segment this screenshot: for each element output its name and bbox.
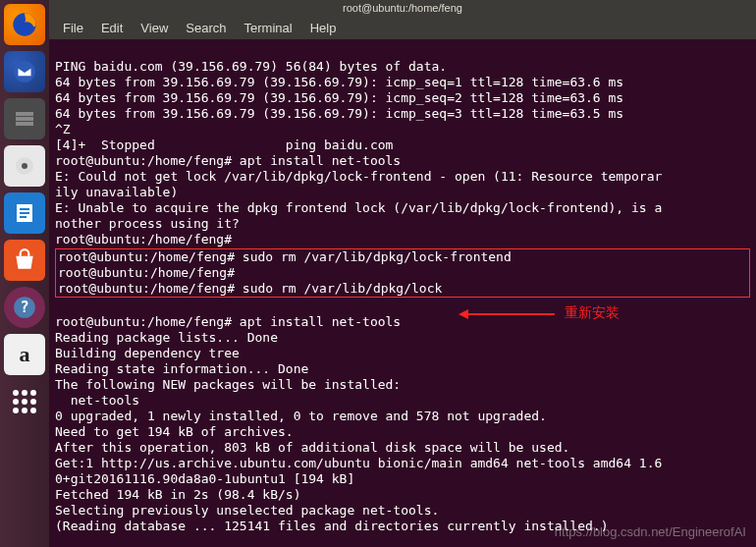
term-line: net-tools xyxy=(55,393,139,408)
menu-search[interactable]: Search xyxy=(178,19,234,37)
rhythmbox-icon[interactable] xyxy=(4,145,45,187)
terminal-window: root@ubuntu:/home/feng File Edit View Se… xyxy=(49,0,756,547)
term-line: 64 bytes from 39.156.69.79 (39.156.69.79… xyxy=(55,106,623,121)
term-line: E: Unable to acquire the dpkg frontend l… xyxy=(55,200,662,215)
svg-point-1 xyxy=(14,61,35,82)
annotation-arrow xyxy=(461,313,555,315)
term-line: Selecting previously unselected package … xyxy=(55,503,439,518)
term-line: Get:1 http://us.archive.ubuntu.com/ubunt… xyxy=(55,456,662,470)
files-icon[interactable] xyxy=(4,98,45,139)
svg-rect-2 xyxy=(16,112,33,116)
term-line: After this operation, 803 kB of addition… xyxy=(55,440,569,455)
term-line: root@ubuntu:/home/feng# apt install net-… xyxy=(55,153,401,168)
svg-rect-3 xyxy=(16,117,33,121)
window-title: root@ubuntu:/home/feng xyxy=(49,0,756,16)
term-line: Reading state information... Done xyxy=(55,361,308,376)
term-line: Need to get 194 kB of archives. xyxy=(55,424,294,439)
svg-rect-8 xyxy=(20,208,29,210)
term-line: 64 bytes from 39.156.69.79 (39.156.69.79… xyxy=(55,90,623,105)
terminal-body[interactable]: PING baidu.com (39.156.69.79) 56(84) byt… xyxy=(49,39,756,547)
menu-help[interactable]: Help xyxy=(302,19,345,37)
term-line: 64 bytes from 39.156.69.79 (39.156.69.79… xyxy=(55,75,623,89)
annotation-reinstall: 重新安装 xyxy=(565,304,620,320)
term-line: Fetched 194 kB in 2s (98.4 kB/s) xyxy=(55,487,300,502)
menu-terminal[interactable]: Terminal xyxy=(237,19,300,37)
svg-point-6 xyxy=(22,163,27,169)
svg-text:?: ? xyxy=(20,299,28,316)
term-line: 0+git20161116.90da8a0-1ubuntu1 [194 kB] xyxy=(55,471,354,486)
help-icon[interactable]: ? xyxy=(4,287,45,328)
term-line: The following NEW packages will be insta… xyxy=(55,377,401,392)
libreoffice-writer-icon[interactable] xyxy=(4,192,45,234)
term-line: [4]+ Stopped ping baidu.com xyxy=(55,137,393,152)
highlighted-commands: root@ubuntu:/home/feng# sudo rm /var/lib… xyxy=(55,248,750,298)
term-line: E: Could not get lock /var/lib/dpkg/lock… xyxy=(55,169,662,184)
launcher-dock: ? a xyxy=(0,0,49,547)
term-line: ily unavailable) xyxy=(55,185,178,199)
svg-rect-4 xyxy=(16,122,33,126)
term-line: 0 upgraded, 1 newly installed, 0 to remo… xyxy=(55,409,547,423)
term-line: ^Z xyxy=(55,122,71,137)
term-line: Reading package lists... Done xyxy=(55,330,278,345)
term-line: root@ubuntu:/home/feng# sudo rm /var/lib… xyxy=(58,249,512,264)
ubuntu-software-icon[interactable] xyxy=(4,240,45,281)
menu-file[interactable]: File xyxy=(55,19,91,37)
svg-rect-10 xyxy=(20,216,27,218)
amazon-label: a xyxy=(20,342,30,367)
amazon-icon[interactable]: a xyxy=(4,334,45,375)
term-line: root@ubuntu:/home/feng# xyxy=(55,232,232,246)
firefox-icon[interactable] xyxy=(4,4,45,45)
term-line: Building dependency tree xyxy=(55,346,240,360)
menu-bar: File Edit View Search Terminal Help xyxy=(49,16,756,39)
term-line: root@ubuntu:/home/feng# sudo rm /var/lib… xyxy=(58,281,442,296)
dot-grid-icon xyxy=(13,390,36,413)
term-line: (Reading database ... 125141 files and d… xyxy=(55,519,609,533)
show-applications-icon[interactable] xyxy=(4,381,45,422)
thunderbird-icon[interactable] xyxy=(4,51,45,92)
term-line: nother process using it? xyxy=(55,216,240,231)
svg-rect-9 xyxy=(20,212,29,214)
menu-edit[interactable]: Edit xyxy=(93,19,131,37)
term-line: PING baidu.com (39.156.69.79) 56(84) byt… xyxy=(55,59,447,74)
term-line: root@ubuntu:/home/feng# xyxy=(58,265,235,280)
term-line: root@ubuntu:/home/feng# apt install net-… xyxy=(55,314,401,329)
menu-view[interactable]: View xyxy=(133,19,176,37)
